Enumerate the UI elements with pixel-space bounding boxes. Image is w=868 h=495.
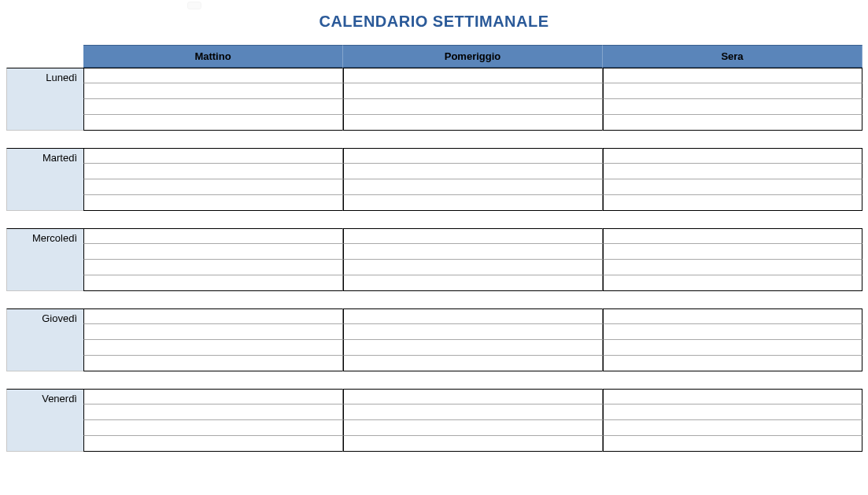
- calendar-cell[interactable]: [83, 99, 343, 115]
- calendar-cell[interactable]: [343, 389, 603, 404]
- header-spacer: [6, 45, 83, 68]
- calendar-cell[interactable]: [343, 275, 603, 291]
- calendar-cell[interactable]: [83, 420, 343, 436]
- calendar-cell[interactable]: [603, 340, 862, 356]
- calendar-cell[interactable]: [603, 324, 862, 340]
- calendar-cell[interactable]: [603, 436, 862, 452]
- block-gap: [6, 291, 862, 308]
- calendar-cell[interactable]: [603, 420, 862, 436]
- calendar-cell[interactable]: [343, 356, 603, 371]
- calendar-cell[interactable]: [83, 260, 343, 275]
- calendar-cell[interactable]: [603, 356, 862, 371]
- calendar-cell[interactable]: [343, 436, 603, 452]
- column-header-pomeriggio: Pomeriggio: [343, 45, 603, 68]
- day-label: Martedì: [6, 148, 83, 211]
- calendar-cell[interactable]: [603, 148, 862, 164]
- calendar-cell[interactable]: [343, 404, 603, 420]
- calendar-cell[interactable]: [83, 275, 343, 291]
- calendar-cell[interactable]: [83, 340, 343, 356]
- calendar-cell[interactable]: [603, 308, 862, 324]
- block-gap: [6, 452, 862, 469]
- calendar-cell[interactable]: [83, 389, 343, 404]
- calendar-cell[interactable]: [603, 115, 862, 131]
- calendar-cell[interactable]: [83, 68, 343, 83]
- calendar-cell[interactable]: [343, 99, 603, 115]
- calendar-cell[interactable]: [603, 83, 862, 99]
- block-gap: [6, 131, 862, 148]
- calendar-cell[interactable]: [603, 275, 862, 291]
- calendar-cell[interactable]: [83, 404, 343, 420]
- calendar-cell[interactable]: [603, 389, 862, 404]
- calendar-cell[interactable]: [343, 179, 603, 195]
- calendar-cell[interactable]: [343, 260, 603, 275]
- calendar-cell[interactable]: [83, 356, 343, 371]
- block-gap: [6, 211, 862, 228]
- block-gap: [6, 371, 862, 389]
- calendar-cell[interactable]: [83, 308, 343, 324]
- day-label: Mercoledì: [6, 228, 83, 291]
- calendar-cell[interactable]: [83, 179, 343, 195]
- day-label: Giovedì: [6, 308, 83, 371]
- calendar-cell[interactable]: [603, 164, 862, 179]
- calendar-cell[interactable]: [603, 179, 862, 195]
- calendar-cell[interactable]: [603, 404, 862, 420]
- calendar-cell[interactable]: [603, 195, 862, 211]
- calendar-cell[interactable]: [83, 148, 343, 164]
- calendar-cell[interactable]: [343, 148, 603, 164]
- calendar-cell[interactable]: [343, 244, 603, 260]
- calendar-cell[interactable]: [83, 164, 343, 179]
- calendar-cell[interactable]: [343, 308, 603, 324]
- column-header-sera: Sera: [603, 45, 862, 68]
- day-label: Venerdì: [6, 389, 83, 452]
- calendar-cell[interactable]: [83, 244, 343, 260]
- calendar-cell[interactable]: [343, 83, 603, 99]
- calendar-cell[interactable]: [83, 195, 343, 211]
- calendar-cell[interactable]: [83, 436, 343, 452]
- calendar-cell[interactable]: [603, 244, 862, 260]
- calendar-cell[interactable]: [343, 228, 603, 244]
- calendar-cell[interactable]: [83, 115, 343, 131]
- calendar-cell[interactable]: [343, 324, 603, 340]
- calendar-cell[interactable]: [83, 83, 343, 99]
- page-title: CALENDARIO SETTIMANALE: [6, 13, 862, 31]
- calendar-cell[interactable]: [343, 115, 603, 131]
- calendar-cell[interactable]: [83, 228, 343, 244]
- calendar-cell[interactable]: [343, 340, 603, 356]
- calendar-cell[interactable]: [343, 164, 603, 179]
- calendar-cell[interactable]: [343, 68, 603, 83]
- calendar-cell[interactable]: [343, 195, 603, 211]
- calendar-cell[interactable]: [603, 260, 862, 275]
- day-label: Lunedì: [6, 68, 83, 131]
- calendar-cell[interactable]: [603, 99, 862, 115]
- calendar-cell[interactable]: [603, 68, 862, 83]
- calendar-cell[interactable]: [603, 228, 862, 244]
- calendar-cell[interactable]: [343, 420, 603, 436]
- column-header-mattino: Mattino: [83, 45, 343, 68]
- calendar-cell[interactable]: [83, 324, 343, 340]
- weekly-calendar-grid: Mattino Pomeriggio Sera LunedìMartedìMer…: [6, 45, 862, 469]
- unknown-ui-element: [187, 2, 201, 9]
